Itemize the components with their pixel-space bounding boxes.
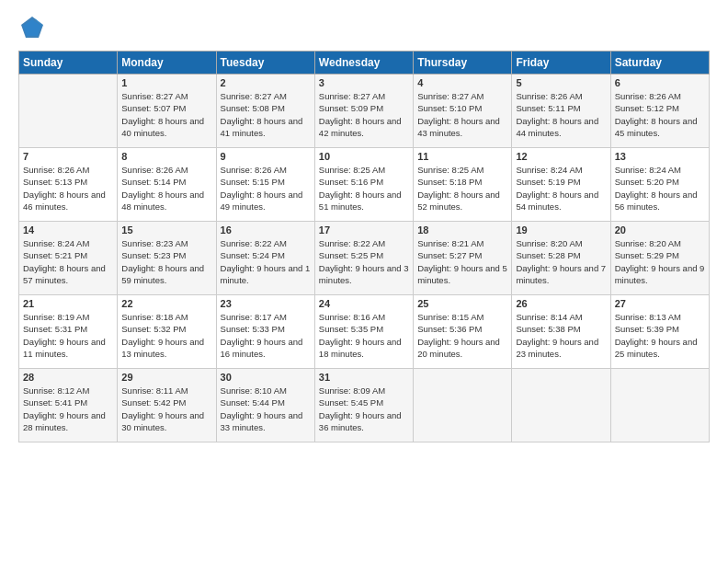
- calendar-cell: 7Sunrise: 8:26 AMSunset: 5:13 PMDaylight…: [19, 148, 118, 222]
- cell-content: Sunrise: 8:17 AMSunset: 5:33 PMDaylight:…: [221, 311, 311, 360]
- day-number: 4: [417, 77, 507, 88]
- calendar-cell: [512, 369, 610, 442]
- calendar-cell: 15Sunrise: 8:23 AMSunset: 5:23 PMDayligh…: [118, 222, 216, 295]
- day-number: 31: [319, 372, 409, 383]
- cell-content: Sunrise: 8:11 AMSunset: 5:42 PMDaylight:…: [121, 385, 211, 433]
- calendar-cell: 25Sunrise: 8:15 AMSunset: 5:36 PMDayligh…: [414, 295, 512, 369]
- cell-content: Sunrise: 8:24 AMSunset: 5:21 PMDaylight:…: [23, 237, 113, 286]
- cell-content: Sunrise: 8:15 AMSunset: 5:36 PMDaylight:…: [417, 311, 507, 360]
- page: SundayMondayTuesdayWednesdayThursdayFrid…: [0, 0, 728, 563]
- day-number: 5: [516, 77, 606, 88]
- header-day: Saturday: [610, 52, 709, 75]
- day-number: 24: [319, 298, 409, 309]
- calendar-week-row: 7Sunrise: 8:26 AMSunset: 5:13 PMDaylight…: [19, 148, 710, 222]
- day-number: 19: [516, 224, 606, 236]
- calendar-cell: 1Sunrise: 8:27 AMSunset: 5:07 PMDaylight…: [118, 75, 216, 148]
- header-day: Monday: [118, 52, 216, 75]
- header-day: Wednesday: [314, 52, 413, 75]
- day-number: 29: [121, 372, 211, 383]
- cell-content: Sunrise: 8:25 AMSunset: 5:18 PMDaylight:…: [417, 164, 507, 213]
- header-row: SundayMondayTuesdayWednesdayThursdayFrid…: [19, 52, 710, 75]
- cell-content: Sunrise: 8:12 AMSunset: 5:41 PMDaylight:…: [23, 385, 113, 433]
- calendar-week-row: 1Sunrise: 8:27 AMSunset: 5:07 PMDaylight…: [19, 75, 710, 148]
- cell-content: Sunrise: 8:16 AMSunset: 5:35 PMDaylight:…: [319, 311, 409, 360]
- calendar-cell: 10Sunrise: 8:25 AMSunset: 5:16 PMDayligh…: [314, 148, 413, 222]
- cell-content: Sunrise: 8:26 AMSunset: 5:11 PMDaylight:…: [516, 90, 606, 139]
- cell-content: Sunrise: 8:27 AMSunset: 5:08 PMDaylight:…: [221, 90, 311, 139]
- cell-content: Sunrise: 8:25 AMSunset: 5:16 PMDaylight:…: [319, 164, 409, 213]
- day-number: 9: [221, 151, 311, 162]
- calendar-cell: 9Sunrise: 8:26 AMSunset: 5:15 PMDaylight…: [216, 148, 314, 222]
- calendar-cell: 13Sunrise: 8:24 AMSunset: 5:20 PMDayligh…: [610, 148, 709, 222]
- cell-content: Sunrise: 8:22 AMSunset: 5:25 PMDaylight:…: [319, 237, 409, 286]
- calendar-week-row: 21Sunrise: 8:19 AMSunset: 5:31 PMDayligh…: [19, 295, 710, 369]
- day-number: 20: [615, 224, 705, 236]
- cell-content: Sunrise: 8:18 AMSunset: 5:32 PMDaylight:…: [121, 311, 211, 360]
- logo-icon: [18, 14, 46, 41]
- calendar-cell: 5Sunrise: 8:26 AMSunset: 5:11 PMDaylight…: [512, 75, 610, 148]
- calendar-cell: 22Sunrise: 8:18 AMSunset: 5:32 PMDayligh…: [118, 295, 216, 369]
- calendar-cell: 26Sunrise: 8:14 AMSunset: 5:38 PMDayligh…: [512, 295, 610, 369]
- calendar-week-row: 14Sunrise: 8:24 AMSunset: 5:21 PMDayligh…: [19, 222, 710, 295]
- day-number: 17: [319, 224, 409, 236]
- day-number: 14: [23, 224, 113, 236]
- cell-content: Sunrise: 8:21 AMSunset: 5:27 PMDaylight:…: [417, 237, 507, 286]
- calendar-cell: 6Sunrise: 8:26 AMSunset: 5:12 PMDaylight…: [610, 75, 709, 148]
- cell-content: Sunrise: 8:26 AMSunset: 5:15 PMDaylight:…: [221, 164, 311, 213]
- cell-content: Sunrise: 8:24 AMSunset: 5:20 PMDaylight:…: [615, 164, 705, 213]
- cell-content: Sunrise: 8:26 AMSunset: 5:13 PMDaylight:…: [23, 164, 113, 213]
- calendar-body: 1Sunrise: 8:27 AMSunset: 5:07 PMDaylight…: [19, 75, 710, 442]
- cell-content: Sunrise: 8:27 AMSunset: 5:10 PMDaylight:…: [417, 90, 507, 139]
- calendar-cell: 31Sunrise: 8:09 AMSunset: 5:45 PMDayligh…: [314, 369, 413, 442]
- calendar-cell: 16Sunrise: 8:22 AMSunset: 5:24 PMDayligh…: [216, 222, 314, 295]
- calendar-cell: 3Sunrise: 8:27 AMSunset: 5:09 PMDaylight…: [314, 75, 413, 148]
- day-number: 16: [221, 224, 311, 236]
- calendar-cell: 28Sunrise: 8:12 AMSunset: 5:41 PMDayligh…: [19, 369, 118, 442]
- calendar-cell: 11Sunrise: 8:25 AMSunset: 5:18 PMDayligh…: [414, 148, 512, 222]
- day-number: 30: [221, 372, 311, 383]
- calendar-table: SundayMondayTuesdayWednesdayThursdayFrid…: [18, 51, 710, 442]
- calendar-cell: [610, 369, 709, 442]
- cell-content: Sunrise: 8:24 AMSunset: 5:19 PMDaylight:…: [516, 164, 606, 213]
- calendar-week-row: 28Sunrise: 8:12 AMSunset: 5:41 PMDayligh…: [19, 369, 710, 442]
- day-number: 21: [23, 298, 113, 309]
- header-day: Tuesday: [216, 52, 314, 75]
- day-number: 11: [417, 151, 507, 162]
- header-day: Thursday: [414, 52, 512, 75]
- day-number: 26: [516, 298, 606, 309]
- day-number: 3: [319, 77, 409, 88]
- logo: [18, 14, 50, 41]
- cell-content: Sunrise: 8:23 AMSunset: 5:23 PMDaylight:…: [121, 237, 211, 286]
- day-number: 23: [221, 298, 311, 309]
- calendar-cell: 12Sunrise: 8:24 AMSunset: 5:19 PMDayligh…: [512, 148, 610, 222]
- day-number: 13: [615, 151, 705, 162]
- day-number: 2: [221, 77, 311, 88]
- cell-content: Sunrise: 8:19 AMSunset: 5:31 PMDaylight:…: [23, 311, 113, 360]
- day-number: 18: [417, 224, 507, 236]
- calendar-cell: 17Sunrise: 8:22 AMSunset: 5:25 PMDayligh…: [314, 222, 413, 295]
- day-number: 7: [23, 151, 113, 162]
- calendar-cell: 4Sunrise: 8:27 AMSunset: 5:10 PMDaylight…: [414, 75, 512, 148]
- day-number: 22: [121, 298, 211, 309]
- cell-content: Sunrise: 8:13 AMSunset: 5:39 PMDaylight:…: [615, 311, 705, 360]
- calendar-cell: 14Sunrise: 8:24 AMSunset: 5:21 PMDayligh…: [19, 222, 118, 295]
- cell-content: Sunrise: 8:22 AMSunset: 5:24 PMDaylight:…: [221, 237, 311, 286]
- calendar-header: SundayMondayTuesdayWednesdayThursdayFrid…: [19, 52, 710, 75]
- calendar-cell: 23Sunrise: 8:17 AMSunset: 5:33 PMDayligh…: [216, 295, 314, 369]
- calendar-cell: 27Sunrise: 8:13 AMSunset: 5:39 PMDayligh…: [610, 295, 709, 369]
- day-number: 10: [319, 151, 409, 162]
- day-number: 12: [516, 151, 606, 162]
- cell-content: Sunrise: 8:09 AMSunset: 5:45 PMDaylight:…: [319, 385, 409, 433]
- header-day: Sunday: [19, 52, 118, 75]
- day-number: 28: [23, 372, 113, 383]
- day-number: 15: [121, 224, 211, 236]
- calendar-cell: [19, 75, 118, 148]
- calendar-cell: 18Sunrise: 8:21 AMSunset: 5:27 PMDayligh…: [414, 222, 512, 295]
- calendar-cell: 30Sunrise: 8:10 AMSunset: 5:44 PMDayligh…: [216, 369, 314, 442]
- calendar-cell: 19Sunrise: 8:20 AMSunset: 5:28 PMDayligh…: [512, 222, 610, 295]
- calendar-cell: 8Sunrise: 8:26 AMSunset: 5:14 PMDaylight…: [118, 148, 216, 222]
- day-number: 8: [121, 151, 211, 162]
- day-number: 6: [615, 77, 705, 88]
- calendar-cell: 24Sunrise: 8:16 AMSunset: 5:35 PMDayligh…: [314, 295, 413, 369]
- calendar-cell: [414, 369, 512, 442]
